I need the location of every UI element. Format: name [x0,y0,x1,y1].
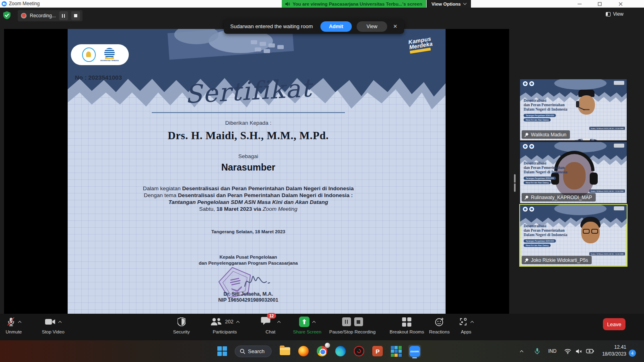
window-close-button[interactable] [613,0,629,8]
pause-recording-icon[interactable] [342,317,351,326]
universitas-terbuka-label: UNIVERSITAS TERBUKA [100,60,119,62]
certificate-title-underline [152,112,345,113]
tray-language[interactable]: IND [548,340,557,362]
signer-nip: NIP 196504291989032001 [218,297,278,303]
participant-name: Rulinawaty_KAPRODI_MAP [531,195,592,200]
layout-view-button[interactable]: View [606,11,623,17]
certificate-header-graphic [68,29,446,121]
apps-button[interactable]: Apps [459,316,473,334]
stop-video-button[interactable]: Stop Video [42,316,64,334]
virtual-bg-corner-logo [614,206,624,210]
toast-close-icon[interactable]: ✕ [392,23,398,29]
virtual-bg-badges: Tantangan Pengelolaan SDM ASNMasa Kini d… [524,114,556,123]
chevron-up-icon[interactable] [18,321,21,324]
wifi-icon [564,349,571,354]
encryption-shield-icon[interactable] [3,11,10,19]
tut-wuri-handayani-logo [82,47,96,62]
reactions-label: Reactions [429,329,450,334]
powerpoint-icon: P [372,346,383,356]
leave-button[interactable]: Leave [603,318,625,330]
recorder-app-icon [354,346,364,356]
chevron-up-icon[interactable] [471,321,474,324]
screen-viewing-banner-text: You are viewing Pascasarjana Universitas… [293,2,422,6]
reactions-button[interactable]: Reactions [429,316,450,334]
share-screen-icon [299,317,310,327]
chat-label: Chat [266,329,275,334]
video-camera-icon [45,318,56,325]
tray-volume-muted[interactable] [576,340,582,362]
apps-icon [459,317,468,326]
signer-title: Kepala Pusat Pengelolaan dan Penyelengga… [199,254,298,266]
pause-stop-recording-button[interactable]: Pause/Stop Recording [329,316,376,334]
tray-date: 18/03/2023 [584,351,626,358]
grid-app-icon [391,346,402,357]
chrome-overlay-badge [325,343,330,348]
virtual-bg-title: Desentralisasidan Peran PemerintahanDala… [524,224,567,237]
close-icon [619,2,622,6]
stop-recording-icon[interactable] [354,317,363,326]
participants-button[interactable]: 202 Participants [211,316,239,334]
participants-count: 202 [225,319,233,325]
admit-button[interactable]: Admit [320,21,352,32]
chat-button[interactable]: 12 Chat [261,316,280,334]
zoom-taskbar-icon: zoom [409,346,420,357]
maximize-icon [598,2,601,6]
pause-recording-button[interactable] [59,11,68,20]
file-explorer-button[interactable] [279,345,291,358]
participant-video-rulinawaty[interactable]: Desentralisasidan Peran PemerintahanDala… [520,142,627,203]
grid-app-button[interactable] [390,345,402,358]
search-label: Search [248,348,264,354]
tray-clock[interactable]: 12.41 18/03/2023 [584,344,626,358]
participants-label: Participants [213,329,237,334]
chevron-up-icon[interactable] [312,321,316,324]
stop-recording-button[interactable] [71,11,80,20]
recipient-role: Narasumber [221,162,275,173]
tray-expand-button[interactable] [520,340,523,362]
taskbar-search[interactable]: Search [235,346,272,357]
powerpoint-button[interactable]: P [371,345,384,358]
edge-button[interactable] [334,345,347,358]
participant-video-walikota-madiun[interactable]: Desentralisasidan Peran PemerintahanDala… [520,79,627,140]
zoom-toolbar: Unmute Stop Video Security [0,314,644,340]
file-explorer-icon [280,347,290,355]
breakout-rooms-button[interactable]: Breakout Rooms [390,316,424,334]
unmute-label: Unmute [6,329,22,334]
chevron-up-icon[interactable] [236,321,239,324]
breakout-rooms-icon [402,317,411,327]
zoom-taskbar-button[interactable]: zoom [408,345,421,358]
batik-shirt [552,139,621,140]
window-minimize-button[interactable] [572,0,588,8]
participant-video-joko-rizkie[interactable]: Desentralisasidan Peran PemerintahanDala… [520,205,627,266]
security-button[interactable]: Security [173,316,190,334]
chevron-up-icon[interactable] [277,321,281,324]
share-screen-button[interactable]: Share Screen [293,316,321,334]
window-maximize-button[interactable] [592,0,608,8]
recorder-app-button[interactable] [353,345,365,358]
virtual-bg-logos [523,81,534,86]
stop-video-label: Stop Video [42,329,64,334]
firefox-button[interactable] [297,345,310,358]
tray-microphone[interactable] [535,340,540,362]
virtual-bg-title: Desentralisasidan Peran PemerintahanDala… [524,161,567,175]
certificate-logos: UNIVERSITAS TERBUKA [71,44,129,65]
panel-resize-handle[interactable] [514,174,516,192]
toast-view-button[interactable]: View [357,21,387,32]
chrome-button[interactable] [316,345,328,358]
chevron-up-icon[interactable] [58,321,62,324]
pin-icon [524,132,529,137]
pin-icon [524,195,529,200]
waiting-room-toast: Sudarwan entered the waiting room Admit … [224,19,404,34]
unmute-button[interactable]: Unmute [6,316,22,334]
virtual-bg-badges: Tantangan Pengelolaan SDM ASNMasa Kini d… [524,177,556,185]
participant-name: Joko Rizkie Widokarti_P5s [531,257,588,263]
start-button[interactable] [216,345,229,358]
virtual-bg-schedule: Sabtu, 18 Maret 2023 | 08.30 - 12.00 WIB [589,127,625,130]
microphone-muted-icon [6,317,15,327]
tray-wifi[interactable] [564,340,571,362]
virtual-bg-title: Desentralisasidan Peran PemerintahanDala… [524,99,567,112]
notification-count-badge[interactable]: 4 [629,350,636,357]
recording-icon [21,13,27,19]
search-icon [240,349,245,354]
virtual-bg-schedule: Sabtu, 18 Maret 2023 | 08.30 - 12.00 WIB [589,189,625,193]
view-options-button[interactable]: View Options [427,0,471,8]
